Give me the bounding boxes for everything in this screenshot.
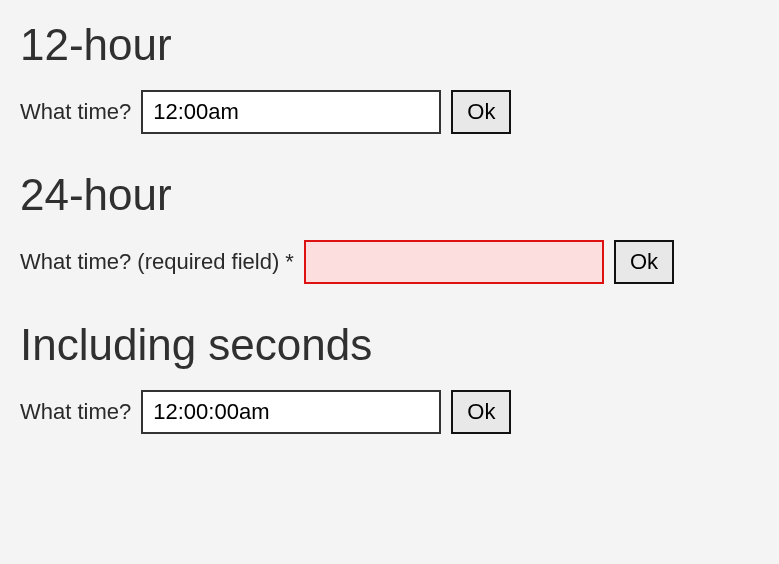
form-row-24-hour: What time? (required field) * Ok [20, 240, 759, 284]
section-12-hour: 12-hour What time? Ok [20, 20, 759, 134]
time-input-24-hour[interactable] [304, 240, 604, 284]
label-12-hour: What time? [20, 99, 131, 125]
label-seconds: What time? [20, 399, 131, 425]
time-input-12-hour[interactable] [141, 90, 441, 134]
heading-seconds: Including seconds [20, 320, 759, 370]
ok-button-24-hour[interactable]: Ok [614, 240, 674, 284]
ok-button-seconds[interactable]: Ok [451, 390, 511, 434]
section-seconds: Including seconds What time? Ok [20, 320, 759, 434]
time-input-seconds[interactable] [141, 390, 441, 434]
label-24-hour: What time? (required field) * [20, 249, 294, 275]
heading-12-hour: 12-hour [20, 20, 759, 70]
form-row-seconds: What time? Ok [20, 390, 759, 434]
heading-24-hour: 24-hour [20, 170, 759, 220]
ok-button-12-hour[interactable]: Ok [451, 90, 511, 134]
section-24-hour: 24-hour What time? (required field) * Ok [20, 170, 759, 284]
form-row-12-hour: What time? Ok [20, 90, 759, 134]
